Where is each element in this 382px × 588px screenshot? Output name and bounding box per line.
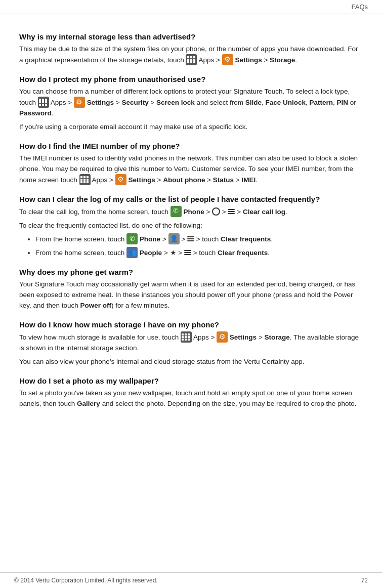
phone-icon-2: ✆ bbox=[126, 233, 138, 244]
circle-icon-1 bbox=[212, 207, 220, 216]
clear-call-log-label: > Clear call log. bbox=[237, 207, 287, 215]
heading-internal-storage: Why is my internal storage less than adv… bbox=[19, 32, 363, 41]
settings-imei-label: Settings > About phone > Status > IMEI. bbox=[129, 176, 258, 183]
apps-label-3: Apps > bbox=[92, 176, 115, 183]
clear-log-bullets: From the home screen, touch ✆ Phone > 👤 … bbox=[35, 234, 363, 259]
para-internal-storage-1: This may be due to the size of the syste… bbox=[19, 44, 363, 66]
para-text-storage-2a: You can also view your phone's internal … bbox=[19, 358, 304, 365]
page-header-title: FAQs bbox=[351, 3, 368, 11]
menu-icon-1 bbox=[228, 208, 235, 215]
apps-label-2: Apps > bbox=[51, 98, 74, 106]
para-storage-check-1: To view how much storage is available fo… bbox=[19, 332, 363, 354]
section-protect-phone: How do I protect my phone from unauthori… bbox=[19, 75, 363, 133]
para-clear-log-1: To clear the call log, from the home scr… bbox=[19, 206, 363, 218]
heading-storage-check: How do I know how much storage I have on… bbox=[19, 320, 363, 329]
heading-wallpaper: How do I set a photo as my wallpaper? bbox=[19, 376, 363, 385]
section-wallpaper: How do I set a photo as my wallpaper? To… bbox=[19, 376, 363, 409]
phone-label-1: Phone > bbox=[183, 207, 212, 215]
menu-icon-3 bbox=[184, 249, 191, 256]
footer-page-number: 72 bbox=[361, 577, 368, 584]
main-content: Why is my internal storage less than adv… bbox=[0, 14, 382, 433]
section-clear-log: How can I clear the log of my calls or t… bbox=[19, 195, 363, 259]
section-phone-warm: Why does my phone get warm? Your Signatu… bbox=[19, 268, 363, 311]
section-storage-check: How do I know how much storage I have on… bbox=[19, 320, 363, 367]
para-phone-warm-1: Your Signature Touch may occasionally ge… bbox=[19, 279, 363, 311]
apps-icon-3 bbox=[79, 174, 91, 185]
apps-icon-2 bbox=[38, 97, 49, 108]
para-text-clear-log-2a: To clear the frequently contacted list, … bbox=[19, 222, 202, 229]
heading-imei: How do I find the IMEI number of my phon… bbox=[19, 142, 363, 150]
arrow-1: > bbox=[222, 207, 228, 215]
para-text-storage-1a: To view how much storage is available fo… bbox=[19, 333, 181, 341]
para-clear-log-2: To clear the frequently contacted list, … bbox=[19, 221, 363, 231]
page-footer: © 2014 Vertu Corporation Limited. All ri… bbox=[0, 572, 382, 588]
arrow-3: > bbox=[178, 249, 184, 257]
heading-phone-warm: Why does my phone get warm? bbox=[19, 268, 363, 276]
apps-icon-4 bbox=[181, 331, 192, 343]
clear-frequents-label-2: > touch Clear frequents. bbox=[193, 249, 270, 257]
section-internal-storage: Why is my internal storage less than adv… bbox=[19, 32, 363, 66]
settings-icon-3: ⚙ bbox=[115, 174, 126, 185]
apps-label-1: Apps > bbox=[198, 56, 222, 63]
heading-clear-log: How can I clear the log of my calls or t… bbox=[19, 195, 363, 203]
apps-icon-1 bbox=[186, 54, 197, 65]
settings-icon-2: ⚙ bbox=[74, 97, 85, 108]
clear-frequents-label-1: > touch Clear frequents. bbox=[196, 235, 273, 243]
page-header: FAQs bbox=[0, 0, 382, 14]
para-storage-check-2: You can also view your phone's internal … bbox=[19, 357, 363, 367]
star-icon-1: ★ bbox=[170, 247, 177, 259]
para-text-wallpaper-1a: To set a photo you've taken as your new … bbox=[19, 389, 356, 407]
para-text-clear-log-1a: To clear the call log, from the home scr… bbox=[19, 207, 171, 215]
para-imei-1: The IMEI number is used to identify vali… bbox=[19, 153, 363, 186]
people-icon-1: 👥 bbox=[126, 247, 138, 258]
para-text-protect-2a: If you're using a corporate email accoun… bbox=[19, 123, 247, 131]
settings-icon-4: ⚙ bbox=[217, 331, 228, 343]
heading-protect-phone: How do I protect my phone from unauthori… bbox=[19, 75, 363, 83]
para-wallpaper-1: To set a photo you've taken as your new … bbox=[19, 388, 363, 409]
para-text-warm-1a: Your Signature Touch may occasionally ge… bbox=[19, 280, 355, 309]
para-protect-1: You can choose from a number of differen… bbox=[19, 87, 363, 119]
arrow-2: > bbox=[181, 235, 187, 243]
footer-copyright: © 2014 Vertu Corporation Limited. All ri… bbox=[14, 577, 158, 584]
people-label-1: People > bbox=[140, 249, 170, 257]
apps-label-4: Apps > bbox=[193, 333, 217, 341]
phone-icon-1: ✆ bbox=[171, 206, 182, 217]
bullet-text-2a: From the home screen, touch bbox=[35, 249, 126, 257]
settings-storage-label-1: Settings > Storage. bbox=[235, 56, 297, 63]
bullet-text-1a: From the home screen, touch bbox=[35, 235, 126, 243]
phone-label-2: Phone > bbox=[140, 235, 168, 243]
para-protect-2: If you're using a corporate email accoun… bbox=[19, 122, 363, 133]
settings-icon-1: ⚙ bbox=[222, 54, 233, 65]
section-imei: How do I find the IMEI number of my phon… bbox=[19, 142, 363, 186]
bullet-clear-1: From the home screen, touch ✆ Phone > 👤 … bbox=[35, 234, 363, 245]
bullet-clear-2: From the home screen, touch 👥 People > ★… bbox=[35, 247, 363, 259]
person-icon-1: 👤 bbox=[168, 233, 180, 244]
menu-icon-2 bbox=[187, 235, 194, 242]
